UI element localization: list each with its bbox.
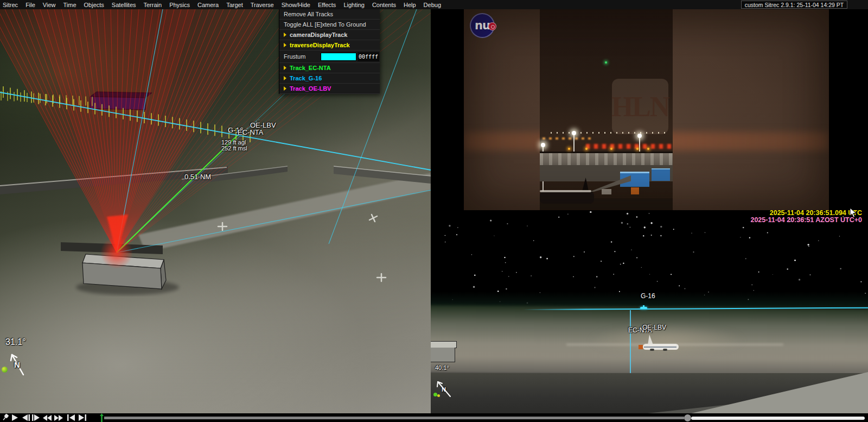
- playback-bar: [0, 413, 868, 422]
- boarding-ramp: [590, 175, 631, 192]
- menu-effects[interactable]: Effects: [314, 2, 340, 8]
- jet-bridge-2: [652, 168, 670, 181]
- folder-arrow-icon: [284, 43, 286, 47]
- roof-light: [636, 148, 639, 150]
- nu-logo-text: nu: [475, 19, 490, 32]
- video-panel[interactable]: HLN nu: [464, 9, 829, 210]
- frustum-hex-value[interactable]: 00ffff: [358, 52, 379, 61]
- parked-plane-windows: [644, 347, 676, 348]
- amber-lights: [542, 137, 591, 140]
- label-ec-nta: EC-NTA: [238, 128, 263, 136]
- folder-track-oe-lbv[interactable]: Track_OE-LBV: [279, 84, 380, 94]
- scrubber-track-remaining[interactable]: [691, 417, 865, 420]
- version-info: custom Sitrec 2.9.1: 25-11-04 14:29 PT: [741, 1, 847, 9]
- jump-end-button[interactable]: [78, 414, 87, 421]
- folder-arrow-icon: [284, 76, 286, 80]
- step-forward-button[interactable]: [30, 414, 40, 421]
- frustum-color-row: Frustum 00ffff: [279, 51, 380, 63]
- nu-logo: nu: [470, 13, 495, 38]
- location-marker-icon: [2, 367, 8, 373]
- look-view[interactable]: G-16 EC-NTA OE-LBV 40.1° N: [431, 210, 868, 413]
- red-light-streaks: [586, 144, 672, 149]
- nu-logo-badge: [488, 22, 496, 30]
- scrubber-thumb[interactable]: [684, 414, 691, 421]
- timestamp-local: 2025-11-04 20:36:51 AZOST UTC+0: [750, 217, 862, 224]
- label-altitude-msl: 252 ft msl: [221, 145, 247, 152]
- label-heading: 40.1°: [435, 364, 449, 371]
- timeline-start-marker[interactable]: [100, 413, 104, 422]
- menu-view[interactable]: View: [39, 2, 60, 8]
- play-button[interactable]: [10, 414, 20, 421]
- roof-light: [585, 148, 588, 150]
- location-marker-icon-2: [437, 394, 440, 397]
- video-live-area: [540, 9, 673, 210]
- tarmac: [540, 198, 673, 210]
- distant-lights: [551, 132, 667, 134]
- menu-item-remove-all-tracks[interactable]: Remove All Tracks: [279, 9, 380, 20]
- label-distance: 0.51 NM: [184, 173, 211, 181]
- timestamp-display: 2025-11-04 20:36:51.094 UTC 2025-11-04 2…: [750, 210, 862, 224]
- label-compass-n: N: [14, 360, 20, 369]
- service-vehicle-2: [602, 189, 611, 194]
- ground-vehicle: [639, 345, 643, 349]
- plane-engine: [650, 349, 654, 351]
- pin-button[interactable]: [1, 414, 10, 421]
- location-marker-icon: [433, 393, 437, 396]
- menu-objects[interactable]: Objects: [80, 2, 108, 8]
- menu-debug[interactable]: Debug: [420, 2, 445, 8]
- fast-forward-button[interactable]: [54, 414, 63, 421]
- frustum-color-swatch[interactable]: [321, 53, 356, 61]
- light-pole: [573, 133, 575, 172]
- menu-traverse[interactable]: Traverse: [247, 2, 278, 8]
- compass-needle: [431, 373, 458, 406]
- terminal-roof: [540, 152, 673, 153]
- folder-traverse-display-track[interactable]: traverseDisplayTrack: [279, 40, 380, 51]
- menu-time[interactable]: Time: [60, 2, 80, 8]
- plane-tail-silhouette: [579, 178, 591, 204]
- contents-menu: Remove All Tracks Toggle ALL [E]xtend To…: [279, 9, 380, 94]
- roof-light: [647, 148, 649, 150]
- folder-arrow-icon: [284, 33, 286, 37]
- menu-target[interactable]: Target: [222, 2, 247, 8]
- hln-watermark: HLN: [612, 79, 668, 134]
- jet-bridge: [620, 172, 649, 187]
- folder-track-g16[interactable]: Track_G-16: [279, 73, 380, 84]
- label-g16-track: G-16: [641, 292, 655, 300]
- menu-camera[interactable]: Camera: [194, 2, 222, 8]
- hln-watermark-text: HLN: [611, 91, 669, 123]
- menu-satellites[interactable]: Satellites: [108, 2, 140, 8]
- building-front: [431, 348, 455, 362]
- label-heading: 31.1°: [5, 337, 26, 347]
- folder-arrow-icon: [284, 66, 286, 70]
- jump-start-button[interactable]: [66, 414, 75, 421]
- plane-engine: [663, 349, 667, 351]
- light-pole: [639, 136, 640, 179]
- menu-show-hide[interactable]: Show/Hide: [278, 2, 314, 8]
- menu-lighting[interactable]: Lighting: [340, 2, 368, 8]
- folder-camera-display-track[interactable]: cameraDisplayTrack: [279, 30, 380, 40]
- roof-light: [568, 148, 570, 150]
- plane-fuselage-highlight: [540, 190, 591, 192]
- plane-body-silhouette: [540, 191, 594, 204]
- menu-sitrec[interactable]: Sitrec: [0, 2, 22, 8]
- terminal-windows: [540, 153, 673, 165]
- service-vehicle: [631, 187, 639, 194]
- menu-item-toggle-extend-to-ground[interactable]: Toggle ALL [E]xtend To Ground: [279, 20, 380, 30]
- step-back-button[interactable]: [21, 414, 31, 421]
- g16-ground-line: [630, 310, 631, 373]
- g16-aircraft-marker: [640, 307, 647, 309]
- scrubber-track-elapsed[interactable]: [104, 417, 684, 419]
- menu-file[interactable]: File: [22, 2, 39, 8]
- menu-contents[interactable]: Contents: [368, 2, 400, 8]
- folder-track-ec-nta[interactable]: Track_EC-NTA: [279, 63, 380, 73]
- rewind-button[interactable]: [42, 414, 52, 421]
- label-oe-lbv: OE-LBV: [642, 324, 666, 331]
- menu-physics[interactable]: Physics: [165, 2, 194, 8]
- menu-terrain[interactable]: Terrain: [140, 2, 166, 8]
- roof-light: [610, 148, 612, 150]
- mouse-cursor: [850, 207, 857, 218]
- video-blur-glow: [464, 132, 829, 150]
- aircraft-light: [605, 61, 607, 64]
- apron-patch: [588, 324, 745, 357]
- menu-help[interactable]: Help: [400, 2, 420, 8]
